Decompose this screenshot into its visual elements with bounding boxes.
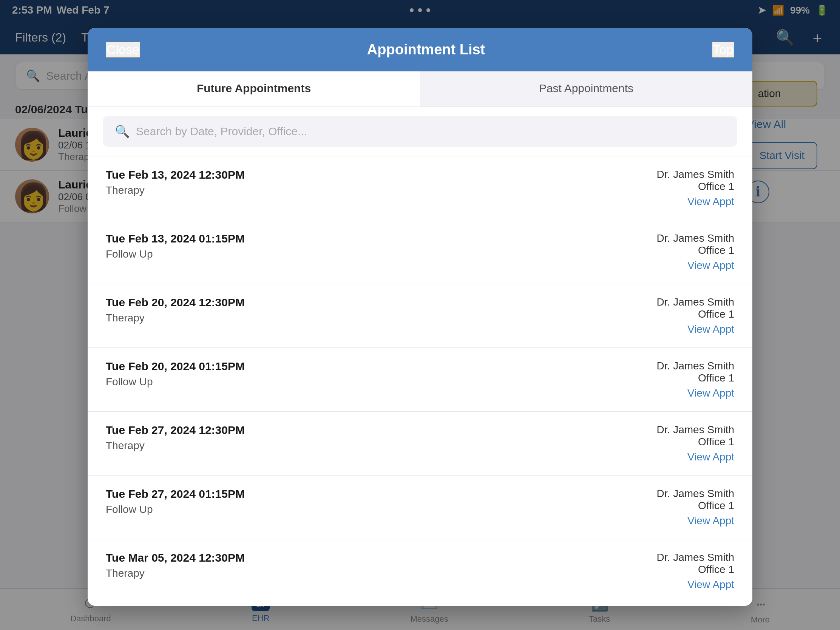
modal-search-icon: 🔍 [115,124,130,139]
appt-row-0-type: Therapy [106,184,613,196]
modal-close-button[interactable]: Close [106,41,140,58]
appt-row-4-provider: Dr. James Smith [613,424,734,436]
modal-overlay: Close Appointment List Top Future Appoin… [0,0,840,630]
appt-row-1-office: Office 1 [613,245,734,256]
appt-row-6-provider: Dr. James Smith [613,551,734,564]
appt-row-0-office: Office 1 [613,180,734,193]
appt-row-1-right: Dr. James Smith Office 1 View Appt [613,232,734,272]
modal-appt-row-1[interactable]: Tue Feb 13, 2024 01:15PM Follow Up Dr. J… [88,220,752,284]
modal-title: Appointment List [367,41,485,58]
modal-header: Close Appointment List Top [88,28,752,71]
appt-row-3-provider: Dr. James Smith [613,360,734,372]
appt-row-0-right: Dr. James Smith Office 1 View Appt [613,169,734,208]
appt-row-5-office: Office 1 [613,500,734,512]
appointment-list-modal: Close Appointment List Top Future Appoin… [88,28,752,606]
appt-row-2-view-link[interactable]: View Appt [613,323,734,335]
appt-row-4-datetime: Tue Feb 27, 2024 12:30PM [106,424,613,437]
modal-appt-row-6[interactable]: Tue Mar 05, 2024 12:30PM Therapy Dr. Jam… [88,539,752,603]
appt-row-5-right: Dr. James Smith Office 1 View Appt [613,488,734,527]
modal-appointment-list: Tue Feb 13, 2024 12:30PM Therapy Dr. Jam… [88,156,752,606]
appt-row-2-provider: Dr. James Smith [613,296,734,308]
appt-row-6-right: Dr. James Smith Office 1 View Appt [613,551,734,591]
appt-row-1-type: Follow Up [106,248,613,260]
appt-row-0-datetime: Tue Feb 13, 2024 12:30PM [106,169,613,181]
appt-row-1-provider: Dr. James Smith [613,232,734,245]
appt-row-2-right: Dr. James Smith Office 1 View Appt [613,296,734,335]
appt-row-6-type: Therapy [106,567,613,579]
appt-row-3-left: Tue Feb 20, 2024 01:15PM Follow Up [106,360,613,388]
appt-row-5-view-link[interactable]: View Appt [613,515,734,527]
appt-row-1-view-link[interactable]: View Appt [613,259,734,272]
modal-appt-row-3[interactable]: Tue Feb 20, 2024 01:15PM Follow Up Dr. J… [88,348,752,412]
appt-row-1-datetime: Tue Feb 13, 2024 01:15PM [106,232,613,245]
appt-row-3-view-link[interactable]: View Appt [613,387,734,399]
appt-row-6-datetime: Tue Mar 05, 2024 12:30PM [106,551,613,564]
appt-row-4-view-link[interactable]: View Appt [613,451,734,463]
modal-appt-row-0[interactable]: Tue Feb 13, 2024 12:30PM Therapy Dr. Jam… [88,156,752,220]
appt-row-3-datetime: Tue Feb 20, 2024 01:15PM [106,360,613,373]
appt-row-5-provider: Dr. James Smith [613,488,734,500]
modal-appt-row-4[interactable]: Tue Feb 27, 2024 12:30PM Therapy Dr. Jam… [88,412,752,475]
modal-top-button[interactable]: Top [712,41,734,58]
appt-row-6-office: Office 1 [613,564,734,576]
tab-future-appointments[interactable]: Future Appointments [88,71,420,106]
modal-appt-row-2[interactable]: Tue Feb 20, 2024 12:30PM Therapy Dr. Jam… [88,284,752,348]
appt-row-4-type: Therapy [106,440,613,452]
appt-row-1-left: Tue Feb 13, 2024 01:15PM Follow Up [106,232,613,260]
modal-search-field[interactable]: 🔍 Search by Date, Provider, Office... [103,116,737,147]
appt-row-3-right: Dr. James Smith Office 1 View Appt [613,360,734,399]
appt-row-3-type: Follow Up [106,376,613,388]
tab-past-appointments[interactable]: Past Appointments [420,71,752,106]
appt-row-2-office: Office 1 [613,308,734,320]
modal-appt-row-5[interactable]: Tue Feb 27, 2024 01:15PM Follow Up Dr. J… [88,475,752,539]
appt-row-5-left: Tue Feb 27, 2024 01:15PM Follow Up [106,488,613,516]
appt-row-6-view-link[interactable]: View Appt [613,579,734,591]
appt-row-5-datetime: Tue Feb 27, 2024 01:15PM [106,488,613,501]
appt-row-4-office: Office 1 [613,436,734,448]
appt-row-2-datetime: Tue Feb 20, 2024 12:30PM [106,296,613,309]
modal-search-area: 🔍 Search by Date, Provider, Office... [88,107,752,156]
modal-appt-row-7[interactable]: Tue Mar 05, 2024 01:15PM Follow Up Dr. J… [88,603,752,606]
appt-row-2-type: Therapy [106,312,613,324]
appt-row-0-view-link[interactable]: View Appt [613,196,734,208]
appt-row-0-left: Tue Feb 13, 2024 12:30PM Therapy [106,169,613,196]
appt-row-5-type: Follow Up [106,504,613,516]
appt-row-4-right: Dr. James Smith Office 1 View Appt [613,424,734,463]
appt-row-6-left: Tue Mar 05, 2024 12:30PM Therapy [106,551,613,579]
appt-row-4-left: Tue Feb 27, 2024 12:30PM Therapy [106,424,613,452]
appt-row-2-left: Tue Feb 20, 2024 12:30PM Therapy [106,296,613,324]
modal-tabs: Future Appointments Past Appointments [88,71,752,107]
appt-row-0-provider: Dr. James Smith [613,169,734,180]
modal-search-placeholder: Search by Date, Provider, Office... [136,125,307,138]
appt-row-3-office: Office 1 [613,372,734,384]
